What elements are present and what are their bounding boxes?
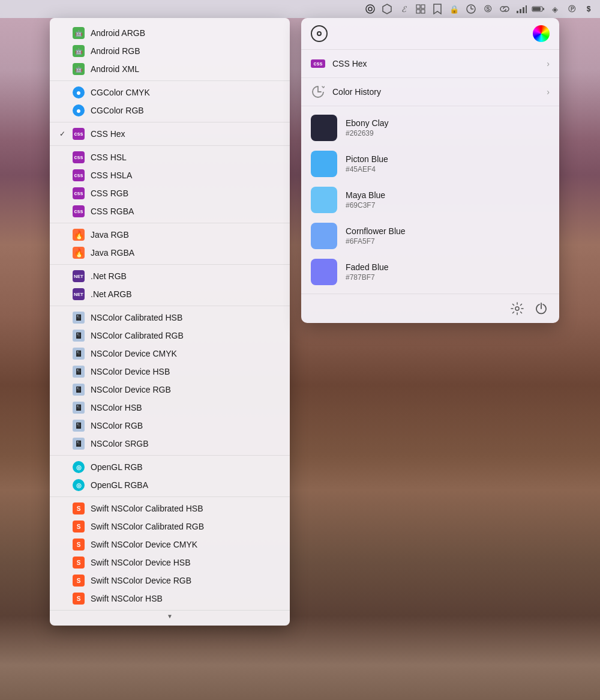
menu-item-opengl-rgba[interactable]: ◎ OpenGL RGBA xyxy=(50,476,290,494)
color-item-faded-blue[interactable]: Faded Blue #787BF7 xyxy=(301,254,559,290)
css-hex-row[interactable]: css CSS Hex › xyxy=(301,50,559,78)
menu-item-swift-nscolor-hsb[interactable]: S Swift NSColor HSB xyxy=(50,590,290,608)
java-rgb-label: Java RGB xyxy=(91,230,280,240)
color-history-row[interactable]: Color History › xyxy=(301,78,559,106)
color-item-maya-blue[interactable]: Maya Blue #69C3F7 xyxy=(301,182,559,218)
ebony-clay-swatch xyxy=(311,115,337,141)
swift-nscolor-hsb-icon: S xyxy=(73,593,85,605)
svg-rect-15 xyxy=(533,7,541,11)
cornflower-blue-name: Cornflower Blue xyxy=(346,226,550,236)
menu-item-java-rgb[interactable]: 🔥 Java RGB xyxy=(50,226,290,244)
css-hex-panel-label: CSS Hex xyxy=(332,59,539,68)
opengl-rgba-label: OpenGL RGBA xyxy=(91,480,280,490)
menu-item-css-hex[interactable]: ✓ css CSS Hex xyxy=(50,125,290,143)
menu-item-swift-dev-cmyk[interactable]: S Swift NSColor Device CMYK xyxy=(50,536,290,554)
menubar-icon-battery[interactable] xyxy=(532,2,545,16)
menu-item-swift-dev-rgb[interactable]: S Swift NSColor Device RGB xyxy=(50,572,290,590)
color-item-picton-blue[interactable]: Picton Blue #45AEF4 xyxy=(301,146,559,182)
java-rgb-icon: 🔥 xyxy=(73,229,85,241)
svg-rect-13 xyxy=(526,5,527,13)
nscolor-srgb-label: NSColor SRGB xyxy=(91,439,280,448)
menubar-icon-te[interactable]: ℰ xyxy=(397,2,410,16)
menu-item-cgcolor-rgb[interactable]: ● CGColor RGB xyxy=(50,101,290,119)
menu-item-java-rgba[interactable]: 🔥 Java RGBA xyxy=(50,244,290,262)
svg-point-1 xyxy=(368,7,372,11)
java-section: 🔥 Java RGB 🔥 Java RGBA xyxy=(50,223,290,265)
menu-item-css-hsla[interactable]: css CSS HSLA xyxy=(50,166,290,184)
opengl-rgba-icon: ◎ xyxy=(73,479,85,491)
java-rgba-icon: 🔥 xyxy=(73,247,85,259)
faded-blue-hex: #787BF7 xyxy=(346,273,550,282)
menubar-icon-s2[interactable]: $ xyxy=(582,2,595,16)
menubar-icon-1password[interactable]: 🔒 xyxy=(448,2,461,16)
css-rgb-label: CSS RGB xyxy=(91,189,280,198)
menubar-icon-signal[interactable] xyxy=(515,2,528,16)
svg-marker-2 xyxy=(383,4,391,14)
android-argb-icon: 🤖 xyxy=(73,27,85,39)
menubar-icon-picker[interactable] xyxy=(364,2,377,16)
settings-button[interactable] xyxy=(509,300,526,317)
swift-cal-hsb-icon: S xyxy=(73,502,85,514)
menu-item-css-rgba[interactable]: css CSS RGBA xyxy=(50,202,290,220)
menu-item-net-argb[interactable]: NET .Net ARGB xyxy=(50,285,290,303)
menu-item-cgcolor-cmyk[interactable]: ● CGColor CMYK xyxy=(50,83,290,101)
swift-dev-rgb-label: Swift NSColor Device RGB xyxy=(91,576,280,585)
menubar-icon-link[interactable] xyxy=(498,2,511,16)
color-wheel-icon[interactable] xyxy=(533,25,550,42)
android-xml-label: Android XML xyxy=(91,64,280,74)
eyedropper-icon[interactable] xyxy=(311,25,328,42)
menu-item-nscolor-dev-cmyk[interactable]: 🖥 NSColor Device CMYK xyxy=(50,345,290,363)
menubar-icon-bookmark[interactable] xyxy=(431,2,444,16)
nscolor-section: 🖥 NSColor Calibrated HSB 🖥 NSColor Calib… xyxy=(50,306,290,456)
power-button[interactable] xyxy=(533,300,550,317)
menubar-icon-grid[interactable] xyxy=(414,2,427,16)
net-section: NET .Net RGB NET .Net ARGB xyxy=(50,265,290,306)
cornflower-blue-hex: #6FA5F7 xyxy=(346,237,550,246)
css-hex-badge: css xyxy=(311,59,325,68)
menubar-icon-p[interactable]: Ⓟ xyxy=(565,2,578,16)
svg-rect-16 xyxy=(543,8,544,10)
color-item-cornflower-blue[interactable]: Cornflower Blue #6FA5F7 xyxy=(301,218,559,254)
menu-item-nscolor-dev-hsb[interactable]: 🖥 NSColor Device HSB xyxy=(50,363,290,381)
menu-item-swift-cal-rgb[interactable]: S Swift NSColor Calibrated RGB xyxy=(50,517,290,536)
css-variants-section: css CSS HSL css CSS HSLA css CSS RGB css… xyxy=(50,146,290,223)
net-argb-icon: NET xyxy=(73,288,85,300)
menu-item-css-rgb[interactable]: css CSS RGB xyxy=(50,184,290,202)
menubar-icon-hex[interactable] xyxy=(380,2,394,16)
menu-item-nscolor-rgb[interactable]: 🖥 NSColor RGB xyxy=(50,417,290,435)
menu-item-css-hsl[interactable]: css CSS HSL xyxy=(50,148,290,166)
menu-item-nscolor-cal-rgb[interactable]: 🖥 NSColor Calibrated RGB xyxy=(50,327,290,345)
nscolor-dev-rgb-label: NSColor Device RGB xyxy=(91,385,280,394)
format-menu: 🤖 Android ARGB 🤖 Android RGB 🤖 Android X… xyxy=(50,18,290,626)
css-hex-label: CSS Hex xyxy=(91,129,280,139)
menu-item-swift-dev-hsb[interactable]: S Swift NSColor Device HSB xyxy=(50,554,290,572)
color-list: Ebony Clay #262639 Picton Blue #45AEF4 M… xyxy=(301,106,559,294)
menubar-icon-clock[interactable] xyxy=(464,2,478,16)
menu-item-nscolor-dev-rgb[interactable]: 🖥 NSColor Device RGB xyxy=(50,381,290,399)
menu-item-net-rgb[interactable]: NET .Net RGB xyxy=(50,267,290,285)
menu-item-android-xml[interactable]: 🤖 Android XML xyxy=(50,60,290,78)
menu-item-android-argb[interactable]: 🤖 Android ARGB xyxy=(50,24,290,42)
color-item-ebony-clay[interactable]: Ebony Clay #262639 xyxy=(301,110,559,146)
nscolor-srgb-icon: 🖥 xyxy=(73,438,85,450)
css-hsla-icon: css xyxy=(73,169,85,181)
cgcolor-cmyk-icon: ● xyxy=(73,86,85,98)
menu-item-opengl-rgb[interactable]: ◎ OpenGL RGB xyxy=(50,458,290,476)
nscolor-cal-hsb-label: NSColor Calibrated HSB xyxy=(91,313,280,322)
nscolor-cal-rgb-icon: 🖥 xyxy=(73,330,85,342)
menu-item-nscolor-cal-hsb[interactable]: 🖥 NSColor Calibrated HSB xyxy=(50,309,290,327)
menubar: ℰ 🔒 Ⓢ xyxy=(0,0,600,18)
menu-item-android-rgb[interactable]: 🤖 Android RGB xyxy=(50,42,290,60)
menu-item-nscolor-hsb[interactable]: 🖥 NSColor HSB xyxy=(50,399,290,417)
menubar-icon-fantastical[interactable]: ◈ xyxy=(548,2,562,16)
faded-blue-swatch xyxy=(311,259,337,285)
css-hsla-label: CSS HSLA xyxy=(91,170,280,180)
nscolor-dev-rgb-icon: 🖥 xyxy=(73,384,85,396)
menubar-icon-s1[interactable]: Ⓢ xyxy=(481,2,494,16)
nscolor-rgb-label: NSColor RGB xyxy=(91,421,280,430)
menu-item-nscolor-srgb[interactable]: 🖥 NSColor SRGB xyxy=(50,435,290,453)
nscolor-dev-hsb-label: NSColor Device HSB xyxy=(91,367,280,376)
cgcolor-section: ● CGColor CMYK ● CGColor RGB xyxy=(50,81,290,122)
swift-cal-rgb-label: Swift NSColor Calibrated RGB xyxy=(91,522,280,531)
menu-item-swift-cal-hsb[interactable]: S Swift NSColor Calibrated HSB xyxy=(50,499,290,517)
